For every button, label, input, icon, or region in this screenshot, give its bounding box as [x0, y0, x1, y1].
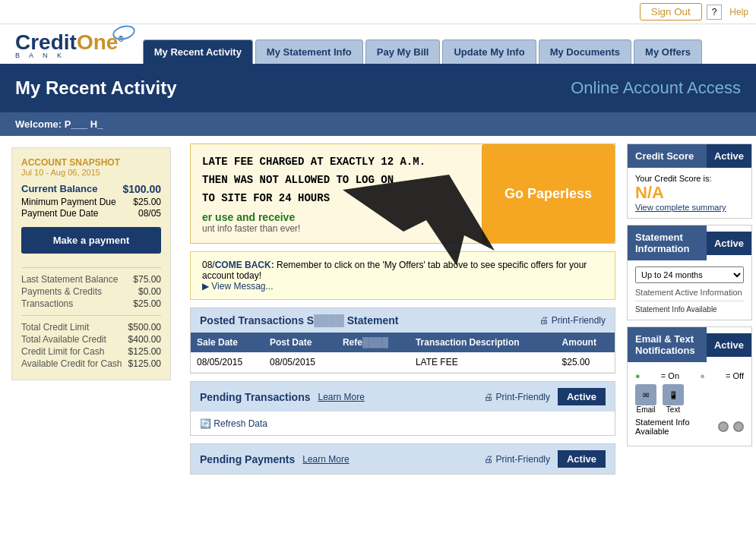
total-credit-limit-value: $500.00: [128, 322, 161, 333]
cell-sale-date: 08/05/2015: [191, 352, 264, 373]
logo: CreditOne® B A N K: [0, 28, 139, 64]
posted-transactions-section: Posted Transactions S████ Statement 🖨 Pr…: [190, 307, 615, 374]
statement-info-text: Statement Active Information: [635, 288, 744, 297]
radio-off[interactable]: [733, 421, 744, 432]
cell-ref: [337, 352, 410, 373]
current-balance-label: Current Balance: [21, 183, 97, 195]
welcome-msg-bold: COME BACK:: [215, 260, 274, 270]
pending-payments-print[interactable]: 🖨 Print-Friendly: [484, 454, 550, 465]
gray-off-indicator: ●: [700, 371, 705, 380]
green-on-indicator: ●: [635, 371, 641, 380]
welcome-bar: Welcome: P___ H_: [0, 112, 756, 136]
credit-limit-cash-value: $125.00: [128, 346, 161, 357]
tab-recent-activity[interactable]: My Recent Activity: [143, 39, 253, 64]
snapshot-date: Jul 10 - Aug 06, 2015: [21, 168, 161, 177]
pending-learn-more-link[interactable]: Learn More: [318, 392, 364, 402]
min-payment-label: Minimum Payment Due: [21, 197, 116, 207]
account-snapshot: ACCOUNT SNAPSHOT Jul 10 - Aug 06, 2015 C…: [11, 147, 171, 380]
statement-months-select[interactable]: Up to 24 months 12 months 6 months: [635, 266, 744, 283]
email-icon: ✉: [635, 384, 656, 405]
off-label: = Off: [726, 371, 744, 380]
email-text-active: Active: [707, 333, 751, 357]
logo-credit: Credit: [15, 30, 77, 54]
payment-due-value: 08/05: [138, 208, 161, 219]
view-message-link[interactable]: ▶ View Messag...: [202, 281, 273, 292]
welcome-text: Welcome: P___ H_: [15, 118, 103, 130]
statement-info-widget: Statement Information Active Up to 24 mo…: [627, 225, 752, 320]
credit-score-label: Your Credit Score is:: [635, 174, 744, 183]
email-text-title: Email & Text Notifications: [628, 327, 707, 362]
help-icon: ?: [707, 5, 723, 20]
payment-due-label: Payment Due Date: [21, 208, 98, 219]
left-sidebar: ACCOUNT SNAPSHOT Jul 10 - Aug 06, 2015 C…: [0, 136, 182, 490]
payments-credits-label: Payments & Credits: [21, 286, 102, 297]
radio-on[interactable]: [718, 421, 729, 432]
print-friendly-link[interactable]: 🖨 Print-Friendly: [539, 315, 606, 326]
cell-amount: $25.00: [556, 352, 615, 373]
text-label: Text: [666, 405, 680, 414]
email-icon-box: ✉ Email: [635, 384, 656, 414]
page-title: My Recent Activity: [15, 77, 177, 99]
snapshot-title: ACCOUNT SNAPSHOT: [21, 157, 161, 168]
pending-print-friendly[interactable]: 🖨 Print-Friendly: [484, 392, 550, 402]
make-payment-button[interactable]: Make a payment: [21, 227, 161, 254]
col-sale-date: Sale Date: [191, 333, 264, 352]
cell-post-date: 08/05/2015: [264, 352, 337, 373]
welcome-msg-prefix: 08/: [202, 260, 215, 270]
last-stmt-value: $75.00: [133, 274, 161, 285]
credit-score-active: Active: [707, 144, 751, 168]
tab-update-info[interactable]: Update My Info: [442, 39, 536, 64]
credit-score-title: Credit Score: [628, 144, 707, 168]
tab-statement-info[interactable]: My Statement Info: [255, 39, 363, 64]
go-paperless-button[interactable]: Go Paperless: [482, 144, 615, 243]
col-amount: Amount: [556, 333, 615, 352]
payments-credits-value: $0.00: [138, 286, 161, 297]
pending-transactions-section: Pending Transactions Learn More 🖨 Print-…: [190, 381, 615, 436]
pending-payments-active-badge: Active: [558, 450, 606, 468]
statement-info-footer: Statement Info Available: [635, 301, 744, 314]
svg-marker-0: [343, 175, 495, 266]
available-credit-cash-label: Available Credit for Cash: [21, 358, 122, 369]
pending-payments-learn-more[interactable]: Learn More: [302, 454, 349, 465]
email-label: Email: [636, 405, 655, 414]
pending-active-badge: Active: [558, 388, 606, 405]
posted-transactions-table: Sale Date Post Date Refe████ Transaction…: [191, 333, 615, 373]
table-row: 08/05/2015 08/05/2015 LATE FEE $25.00: [191, 352, 615, 373]
credit-score-value: N/A: [635, 183, 744, 203]
text-icon: 📱: [663, 384, 684, 405]
total-credit-limit-label: Total Credit Limit: [21, 322, 89, 333]
cell-desc: LATE FEE: [410, 352, 556, 373]
statement-info-title: Statement Information: [628, 225, 707, 260]
tab-offers[interactable]: My Offers: [634, 39, 702, 64]
credit-score-widget: Credit Score Active Your Credit Score is…: [627, 143, 752, 219]
transactions-label: Transactions: [21, 298, 73, 309]
main-nav: My Recent Activity My Statement Info Pay…: [143, 39, 702, 64]
col-ref: Refe████: [337, 333, 410, 352]
annotation-line1: LATE FEE CHARGED AT EXACTLY 12 A.M.: [202, 153, 470, 172]
sign-out-button[interactable]: Sign Out: [640, 3, 702, 20]
available-credit-cash-value: $125.00: [128, 358, 161, 369]
email-text-widget: Email & Text Notifications Active ● = On…: [627, 326, 752, 446]
current-balance-value: $100.00: [122, 183, 161, 195]
help-link[interactable]: Help: [729, 7, 748, 17]
col-desc: Transaction Description: [410, 333, 556, 352]
tab-documents[interactable]: My Documents: [539, 39, 631, 64]
online-access-label: Online Account Access: [571, 78, 741, 98]
total-available-label: Total Available Credit: [21, 334, 106, 345]
center-content: LATE FEE CHARGED AT EXACTLY 12 A.M. THEN…: [182, 136, 623, 490]
page-header: My Recent Activity Online Account Access: [0, 64, 756, 112]
credit-limit-cash-label: Credit Limit for Cash: [21, 346, 104, 357]
annotation-arrow: [343, 175, 495, 266]
statement-info-active: Active: [707, 232, 751, 255]
pending-transactions-title: Pending Transactions: [200, 391, 310, 403]
refresh-data-link[interactable]: 🔄 Refresh Data: [200, 418, 267, 429]
pending-payments-title: Pending Payments: [200, 453, 295, 465]
col-post-date: Post Date: [264, 333, 337, 352]
right-sidebar: Credit Score Active Your Credit Score is…: [623, 136, 756, 490]
posted-transactions-title: Posted Transactions S████ Statement: [200, 314, 398, 326]
pending-payments-section: Pending Payments Learn More 🖨 Print-Frie…: [190, 443, 615, 475]
last-stmt-label: Last Statement Balance: [21, 274, 118, 285]
tab-pay-bill[interactable]: Pay My Bill: [365, 39, 441, 64]
min-payment-value: $25.00: [133, 197, 161, 207]
view-summary-link[interactable]: View complete summary: [635, 203, 744, 212]
